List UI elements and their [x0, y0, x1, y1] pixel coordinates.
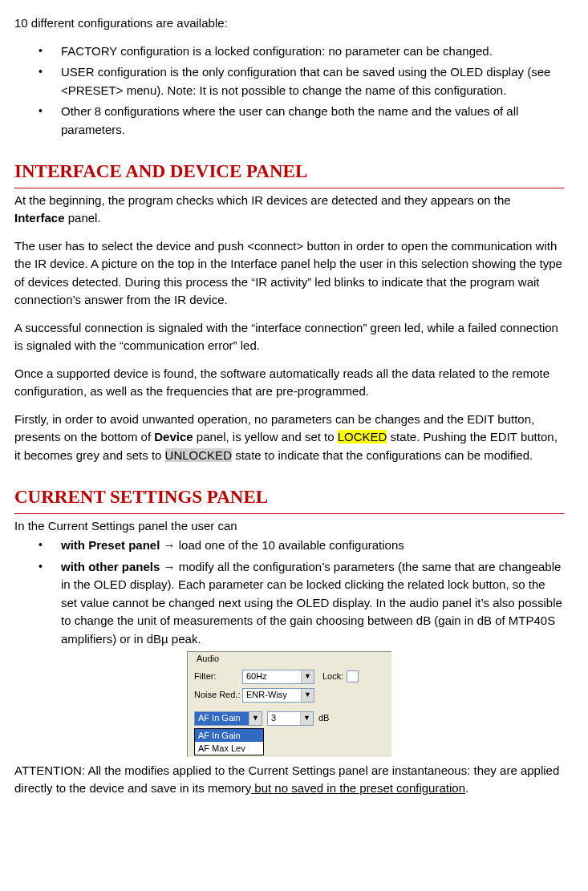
- audio-group-label: Audio: [194, 654, 221, 663]
- list-item: FACTORY configuration is a locked config…: [48, 43, 564, 61]
- filter-value: 60Hz: [246, 670, 267, 683]
- text: → load one of the 10 available configura…: [160, 538, 403, 552]
- list-item: with Preset panel → load one of the 10 a…: [48, 537, 564, 555]
- chevron-down-icon: ▼: [301, 689, 314, 702]
- unlocked-highlight: UNLOCKED: [165, 448, 232, 462]
- intro-text: 10 different configurations are availabl…: [14, 14, 564, 33]
- lock-label: Lock:: [322, 670, 343, 683]
- device-bold: Device: [154, 430, 193, 443]
- chevron-down-icon: ▼: [249, 712, 262, 725]
- text: At the beginning, the program checks whi…: [14, 193, 511, 207]
- attention-paragraph: ATTENTION: All the modifies applied to t…: [14, 762, 564, 798]
- paragraph: Firstly, in order to avoid unwanted oper…: [14, 411, 564, 465]
- chevron-down-icon: ▼: [301, 670, 314, 683]
- noise-red-label: Noise Red.:: [194, 688, 242, 702]
- settings-list: with Preset panel → load one of the 10 a…: [14, 537, 564, 648]
- dropdown-option[interactable]: AF Max Lev: [195, 742, 263, 755]
- gain-value-dropdown[interactable]: 3 ▼: [267, 711, 314, 726]
- paragraph: At the beginning, the program checks whi…: [14, 192, 564, 228]
- other-panels-bold: with other panels: [61, 560, 160, 573]
- filter-dropdown[interactable]: 60Hz ▼: [242, 670, 314, 684]
- interface-bold: Interface: [14, 211, 65, 225]
- text: panel.: [65, 211, 101, 225]
- locked-highlight: LOCKED: [338, 430, 387, 443]
- text: state to indicate that the configuration…: [232, 448, 533, 462]
- audio-panel-screenshot: Audio Filter: 60Hz ▼ Lock: Noise Red.: E…: [187, 651, 391, 757]
- list-item: Other 8 configurations where the user ca…: [48, 103, 564, 139]
- config-list: FACTORY configuration is a locked config…: [14, 43, 564, 140]
- gain-type-options-list: AF In Gain AF Max Lev: [194, 728, 264, 755]
- lock-checkbox[interactable]: [347, 670, 359, 682]
- gain-type-dropdown[interactable]: AF In Gain ▼: [194, 711, 262, 726]
- preset-bold: with Preset panel: [61, 538, 160, 552]
- dropdown-option[interactable]: AF In Gain: [195, 729, 263, 742]
- paragraph: Once a supported device is found, the so…: [14, 365, 564, 401]
- heading-current-settings: CURRENT SETTINGS PANEL: [14, 484, 564, 514]
- noise-red-dropdown[interactable]: ENR-Wisy ▼: [242, 688, 314, 703]
- paragraph: A successful connection is signaled with…: [14, 319, 564, 355]
- list-item: with other panels → modify all the confi…: [48, 558, 564, 649]
- gain-value: 3: [271, 711, 276, 725]
- text: panel, is yellow and set to: [193, 430, 338, 443]
- settings-intro: In the Current Settings panel the user c…: [14, 517, 564, 536]
- chevron-down-icon: ▼: [300, 712, 313, 725]
- text: .: [465, 781, 468, 795]
- gain-type-value: AF In Gain: [198, 711, 241, 725]
- list-item: USER configuration is the only configura…: [48, 63, 564, 99]
- gain-unit: dB: [318, 711, 329, 725]
- heading-interface-device: INTERFACE AND DEVICE PANEL: [14, 158, 564, 188]
- noise-red-value: ENR-Wisy: [246, 688, 287, 702]
- filter-label: Filter:: [194, 670, 242, 683]
- attention-underline: but no saved in the preset configuration: [251, 781, 465, 795]
- paragraph: The user has to select the device and pu…: [14, 237, 564, 310]
